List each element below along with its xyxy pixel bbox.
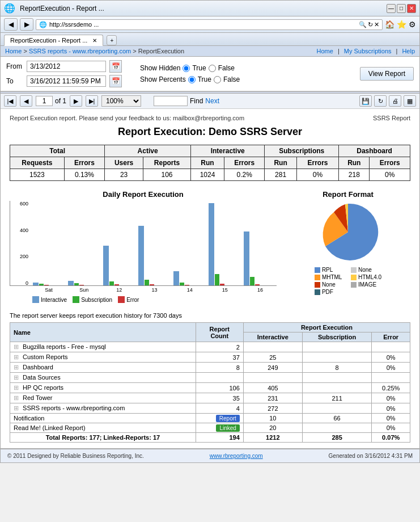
y-label-0: 0 bbox=[26, 280, 28, 286]
row-custom-error: 0% bbox=[372, 352, 410, 363]
zoom-select[interactable]: 100% 75% 150% bbox=[101, 95, 141, 107]
row-ssrs-error: 0% bbox=[372, 403, 410, 414]
footer-website[interactable]: www.rbreporting.com bbox=[210, 453, 263, 459]
expand-icon[interactable]: ⊞ bbox=[14, 374, 19, 381]
to-group: To 📅 bbox=[6, 75, 122, 87]
val-run-dashboard: 218 bbox=[339, 169, 370, 181]
tab-close-icon[interactable]: ✕ bbox=[92, 37, 97, 44]
close-button[interactable]: ✕ bbox=[407, 4, 416, 13]
next-find-link[interactable]: Next bbox=[205, 97, 219, 105]
next-page-button[interactable]: ▶ bbox=[70, 95, 82, 107]
val-reports: 106 bbox=[143, 169, 191, 181]
from-group: From 📅 bbox=[6, 60, 122, 73]
pie-legend-none-red: None bbox=[315, 281, 345, 288]
to-date-input[interactable] bbox=[27, 75, 106, 87]
bar-sat-blue bbox=[33, 283, 39, 285]
nav-home-link[interactable]: Home bbox=[317, 48, 333, 54]
report-controls: From 📅 To 📅 Show Hidden True False Show … bbox=[1, 57, 419, 91]
settings-icon[interactable]: ⚙ bbox=[409, 20, 416, 29]
pie-none-dot bbox=[351, 267, 357, 273]
search-icon: 🔍 bbox=[359, 21, 367, 28]
breadcrumb-ssrs[interactable]: SSRS reports - www.rbreporting.com bbox=[29, 48, 131, 54]
expand-icon[interactable]: ⊞ bbox=[14, 384, 19, 391]
home-icon[interactable]: 🏠 bbox=[385, 20, 394, 29]
show-percents-true-label: True bbox=[198, 75, 211, 83]
row-name-text: Bugzilla reports - Free - mysql bbox=[23, 343, 106, 350]
bar-16 bbox=[244, 231, 277, 285]
bar-sun-red bbox=[79, 285, 84, 285]
row-name-text: Data Sources bbox=[23, 374, 61, 381]
maximize-button[interactable]: □ bbox=[397, 4, 406, 13]
bar-13-green bbox=[145, 280, 149, 285]
row-notification-subscription: 66 bbox=[302, 414, 372, 423]
browser-action-icons: 🏠 ⭐ ⚙ bbox=[385, 20, 416, 29]
row-notification-name: Notification bbox=[10, 414, 196, 423]
from-date-input[interactable] bbox=[27, 61, 106, 72]
last-page-button[interactable]: ▶| bbox=[86, 95, 98, 107]
show-hidden-label: Show Hidden bbox=[140, 64, 180, 72]
expand-icon[interactable]: ⊞ bbox=[14, 343, 19, 350]
pie-pdf-dot bbox=[315, 289, 320, 295]
footer-generated: Generated on 3/16/2012 4:31 PM bbox=[329, 453, 413, 459]
prev-page-button[interactable]: ◀ bbox=[20, 95, 32, 107]
page-number-input[interactable] bbox=[36, 96, 53, 106]
x-axis-labels: Sat Sun 12 13 14 15 16 bbox=[10, 287, 277, 293]
first-page-button[interactable]: |◀ bbox=[4, 95, 16, 107]
nav-subscriptions-link[interactable]: My Subscriptions bbox=[344, 48, 392, 54]
bar-14-red bbox=[185, 285, 189, 285]
expand-icon[interactable]: ⊞ bbox=[14, 364, 19, 371]
breadcrumb-home[interactable]: Home bbox=[5, 48, 22, 54]
show-percents-true-radio[interactable] bbox=[188, 76, 196, 83]
row-ssrs-name: ⊞ SSRS reports - www.rbreporting.com bbox=[10, 403, 196, 414]
row-name-text: Red Tower bbox=[23, 394, 52, 401]
view-report-button[interactable]: View Report bbox=[360, 67, 414, 81]
breadcrumb-nav-links: Home | My Subscriptions | Help bbox=[317, 48, 415, 54]
bar-14-blue bbox=[173, 271, 179, 285]
show-percents-false-radio[interactable] bbox=[214, 76, 221, 83]
val-users: 23 bbox=[105, 169, 143, 181]
expand-icon[interactable]: ⊞ bbox=[14, 394, 19, 401]
pie-chart-title: Report Format bbox=[286, 190, 410, 199]
export-button[interactable]: 💾 bbox=[359, 95, 372, 107]
row-name-text: Dashboard bbox=[23, 364, 53, 371]
subheader-errors-subscriptions: Errors bbox=[296, 157, 338, 169]
star-icon[interactable]: ⭐ bbox=[397, 20, 406, 29]
expand-icon[interactable]: ⊞ bbox=[14, 405, 19, 411]
show-hidden-true-radio[interactable] bbox=[183, 65, 190, 72]
address-bar[interactable]: 🌐 http://ssrsdemo ... 🔍 ↻ ✕ bbox=[36, 19, 383, 30]
minimize-button[interactable]: — bbox=[387, 4, 396, 13]
pie-image-label: IMAGE bbox=[358, 281, 376, 288]
print-button[interactable]: 🖨 bbox=[389, 95, 401, 107]
bar-chart-container: Daily Report Execution 600 400 200 0 bbox=[10, 190, 277, 303]
layout-button[interactable]: ▦ bbox=[404, 95, 416, 107]
find-input[interactable] bbox=[154, 96, 188, 106]
table-row: Read Me! (Linked Report) Linked 20 0% bbox=[10, 423, 410, 433]
pie-legend-rpl: RPL bbox=[315, 267, 345, 273]
row-readme-interactive: 20 bbox=[243, 423, 302, 433]
to-calendar-button[interactable]: 📅 bbox=[109, 75, 122, 87]
show-hidden-false-radio[interactable] bbox=[209, 65, 216, 72]
back-button[interactable]: ◀ bbox=[4, 18, 18, 31]
expand-icon[interactable]: ⊞ bbox=[14, 353, 19, 360]
bar-16-red bbox=[255, 284, 260, 285]
row-dashboard-interactive: 249 bbox=[243, 363, 302, 373]
readme-badge: Linked bbox=[216, 424, 239, 432]
subheader-run-interactive: Run bbox=[191, 157, 224, 169]
window-controls: — □ ✕ bbox=[387, 4, 416, 13]
new-tab-button[interactable]: + bbox=[107, 35, 117, 45]
page-info: of 1 bbox=[36, 96, 66, 106]
stop-icon[interactable]: ✕ bbox=[374, 21, 379, 28]
x-label-12: 12 bbox=[103, 287, 135, 293]
forward-button[interactable]: ▶ bbox=[20, 18, 33, 31]
nav-help-link[interactable]: Help bbox=[402, 48, 415, 54]
refresh-icon[interactable]: ↻ bbox=[368, 21, 373, 28]
from-calendar-button[interactable]: 📅 bbox=[109, 60, 122, 73]
tab-report-execution[interactable]: ReportExecution - Report ... ✕ bbox=[4, 35, 103, 46]
tab-label: ReportExecution - Report ... bbox=[10, 37, 87, 44]
y-label-200: 200 bbox=[20, 254, 28, 259]
row-datasources-error bbox=[372, 373, 410, 383]
bar-12 bbox=[103, 246, 136, 285]
breadcrumb-path: Home > SSRS reports - www.rbreporting.co… bbox=[5, 48, 184, 54]
y-label-400: 400 bbox=[20, 228, 28, 233]
refresh-button[interactable]: ↻ bbox=[374, 95, 387, 107]
